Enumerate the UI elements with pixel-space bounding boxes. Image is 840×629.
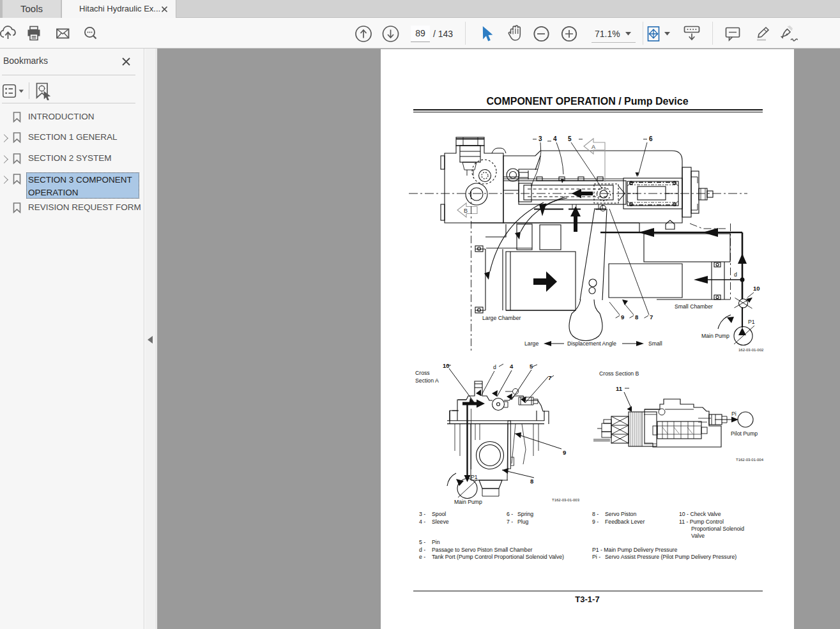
svg-text:d: d <box>734 271 737 278</box>
svg-text:11: 11 <box>616 385 623 392</box>
svg-text:Sleeve: Sleeve <box>432 519 449 525</box>
svg-text:Valve: Valve <box>691 533 705 539</box>
svg-text:5 -: 5 - <box>419 539 425 545</box>
svg-text:7 -: 7 - <box>507 519 513 525</box>
svg-text:Pi -: Pi - <box>592 554 600 560</box>
svg-text:Small: Small <box>648 340 662 347</box>
svg-text:7: 7 <box>650 314 653 321</box>
svg-text:Spring: Spring <box>517 511 533 517</box>
svg-text:Main Pump: Main Pump <box>454 499 482 505</box>
svg-text:e -: e - <box>419 554 425 560</box>
svg-text:Pi: Pi <box>731 411 737 417</box>
svg-text:4: 4 <box>553 135 557 142</box>
svg-text:5: 5 <box>568 135 572 142</box>
svg-text:10: 10 <box>443 362 450 369</box>
svg-text:9 -: 9 - <box>592 519 599 525</box>
svg-text:10: 10 <box>753 285 760 292</box>
svg-text:Main Pump: Main Pump <box>701 333 729 339</box>
svg-text:T162-03-01-003: T162-03-01-003 <box>552 498 580 502</box>
svg-text:Passage to Servo Piston Small: Passage to Servo Piston Small Chamber <box>432 547 533 553</box>
svg-text:B: B <box>464 208 468 214</box>
svg-text:A: A <box>592 144 595 150</box>
svg-text:Servo Assist Pressure (Pilot P: Servo Assist Pressure (Pilot Pump Delive… <box>605 554 737 560</box>
svg-text:Tank Port (Pump Control Propor: Tank Port (Pump Control Proportional Sol… <box>432 554 564 560</box>
svg-text:Large: Large <box>524 340 538 347</box>
svg-text:Plug: Plug <box>517 519 529 525</box>
svg-text:11 - Pump Control: 11 - Pump Control <box>679 519 724 525</box>
svg-text:9: 9 <box>563 449 566 456</box>
svg-text:P1: P1 <box>748 319 755 325</box>
svg-text:Proportional Solenoid: Proportional Solenoid <box>691 526 744 532</box>
svg-text:d: d <box>493 364 496 370</box>
svg-text:Section A: Section A <box>415 377 439 384</box>
svg-text:Cross Section B: Cross Section B <box>599 370 639 377</box>
svg-text:P1 - Main Pump Delivery Pressu: P1 - Main Pump Delivery Pressure <box>592 547 677 553</box>
svg-text:3 -: 3 - <box>419 511 425 517</box>
svg-text:4: 4 <box>510 363 514 370</box>
svg-text:Small Chamber: Small Chamber <box>675 303 713 310</box>
svg-text:10 - Check Valve: 10 - Check Valve <box>679 511 721 517</box>
svg-text:3: 3 <box>538 135 542 142</box>
svg-text:Feedback Lever: Feedback Lever <box>605 519 645 525</box>
svg-text:6: 6 <box>649 135 653 142</box>
svg-text:8 -: 8 - <box>592 511 599 517</box>
svg-text:d -: d - <box>419 547 425 553</box>
svg-text:P1: P1 <box>471 474 478 480</box>
svg-text:162-03-01-002: 162-03-01-002 <box>738 348 764 352</box>
svg-text:Servo Piston: Servo Piston <box>605 511 636 517</box>
svg-text:8: 8 <box>530 478 533 485</box>
svg-text:Pin: Pin <box>432 539 440 545</box>
svg-text:8: 8 <box>635 314 638 321</box>
svg-text:Pilot Pump: Pilot Pump <box>731 430 758 437</box>
svg-text:4 -: 4 - <box>419 519 425 525</box>
svg-text:Spool: Spool <box>432 511 446 517</box>
svg-text:9: 9 <box>621 314 624 321</box>
svg-text:T162-03-01-004: T162-03-01-004 <box>736 458 764 462</box>
svg-text:Cross: Cross <box>415 370 430 376</box>
svg-text:Large Chamber: Large Chamber <box>482 315 521 321</box>
svg-text:Displacement Angle: Displacement Angle <box>567 340 616 347</box>
svg-text:6 -: 6 - <box>507 511 513 517</box>
